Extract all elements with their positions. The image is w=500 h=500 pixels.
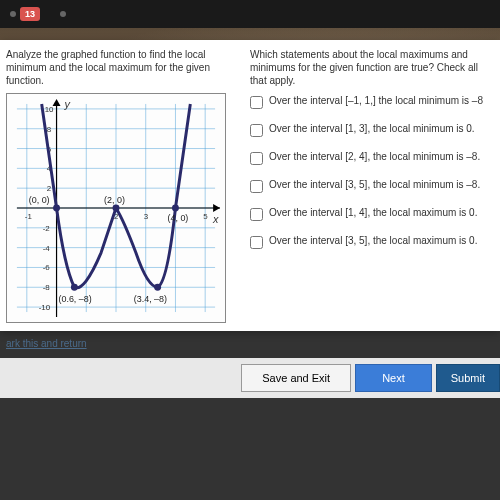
button-row: Save and Exit Next Submit: [0, 358, 500, 398]
svg-text:-4: -4: [43, 244, 51, 253]
option-4[interactable]: Over the interval [1, 4], the local maxi…: [250, 207, 494, 221]
x-axis-label: x: [212, 213, 219, 225]
tab-group: [60, 11, 66, 17]
left-column: Analyze the graphed function to find the…: [6, 48, 246, 323]
options-list: Over the interval [–1, 1,] the local min…: [250, 95, 494, 249]
option-label: Over the interval [3, 5], the local mini…: [269, 179, 480, 191]
svg-text:-2: -2: [43, 224, 50, 233]
svg-point-37: [113, 205, 120, 212]
svg-text:-1: -1: [25, 212, 33, 221]
mark-return-link[interactable]: ark this and return: [6, 338, 87, 349]
option-label: Over the interval [2, 4], the local mini…: [269, 151, 480, 163]
checkbox[interactable]: [250, 236, 263, 249]
option-0[interactable]: Over the interval [–1, 1,] the local min…: [250, 95, 494, 109]
tab-group: 13: [10, 7, 40, 21]
svg-text:8: 8: [47, 125, 52, 134]
option-label: Over the interval [1, 4], the local maxi…: [269, 207, 477, 219]
svg-marker-21: [53, 99, 61, 106]
tab-dot: [10, 11, 16, 17]
browser-topbar: 13: [0, 0, 500, 28]
save-exit-button[interactable]: Save and Exit: [241, 364, 351, 392]
svg-text:-8: -8: [43, 283, 51, 292]
checkbox[interactable]: [250, 208, 263, 221]
point-label: (4, 0): [168, 213, 189, 223]
notification-badge[interactable]: 13: [20, 7, 40, 21]
option-label: Over the interval [1, 3], the local mini…: [269, 123, 475, 135]
svg-text:2: 2: [47, 184, 51, 193]
next-button[interactable]: Next: [355, 364, 432, 392]
svg-text:-10: -10: [39, 303, 51, 312]
option-2[interactable]: Over the interval [2, 4], the local mini…: [250, 151, 494, 165]
checkbox[interactable]: [250, 180, 263, 193]
tab-dot: [60, 11, 66, 17]
svg-marker-19: [213, 204, 220, 212]
checkbox[interactable]: [250, 152, 263, 165]
option-5[interactable]: Over the interval [3, 5], the local maxi…: [250, 235, 494, 249]
svg-point-40: [154, 284, 161, 291]
graph-figure: y x 1086 42 -2-4-6 -8-10 -123 5 (0, 0) (…: [6, 93, 226, 323]
checkbox[interactable]: [250, 96, 263, 109]
question-text: Which statements about the local maximum…: [250, 48, 494, 87]
y-axis-label: y: [63, 98, 70, 110]
option-label: Over the interval [3, 5], the local maxi…: [269, 235, 477, 247]
option-3[interactable]: Over the interval [3, 5], the local mini…: [250, 179, 494, 193]
point-label: (0.6, –8): [59, 294, 92, 304]
svg-text:-6: -6: [43, 263, 51, 272]
point-label: (0, 0): [29, 195, 50, 205]
svg-text:5: 5: [203, 212, 208, 221]
checkbox[interactable]: [250, 124, 263, 137]
svg-text:10: 10: [45, 105, 54, 114]
prompt-text: Analyze the graphed function to find the…: [6, 48, 240, 87]
svg-point-38: [172, 205, 179, 212]
option-label: Over the interval [–1, 1,] the local min…: [269, 95, 483, 107]
option-1[interactable]: Over the interval [1, 3], the local mini…: [250, 123, 494, 137]
right-column: Which statements about the local maximum…: [246, 48, 494, 323]
svg-point-36: [53, 205, 60, 212]
question-card: Analyze the graphed function to find the…: [0, 40, 500, 331]
point-label: (2, 0): [104, 195, 125, 205]
svg-text:3: 3: [144, 212, 149, 221]
point-label: (3.4, –8): [134, 294, 167, 304]
svg-point-39: [71, 284, 78, 291]
submit-button[interactable]: Submit: [436, 364, 500, 392]
